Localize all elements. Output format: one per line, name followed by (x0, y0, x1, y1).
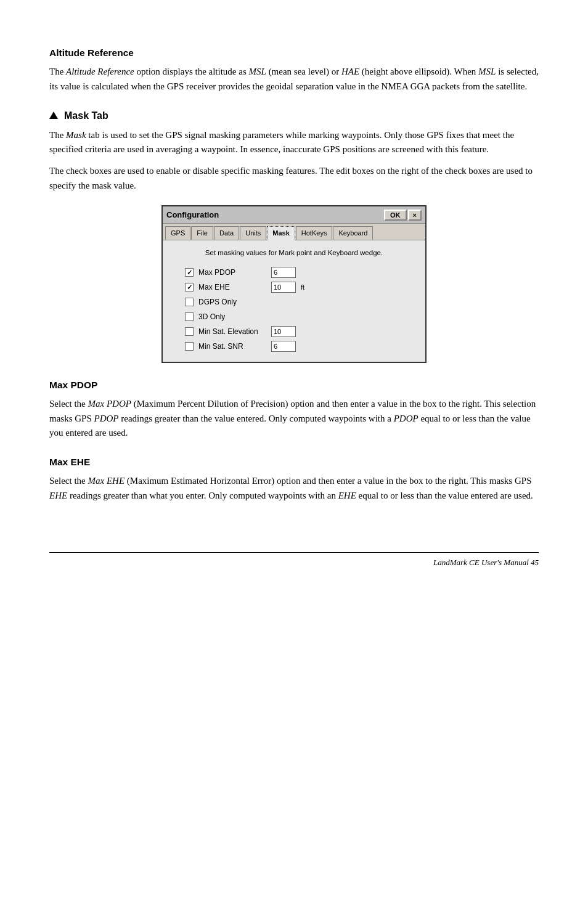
mask-tab-section: Mask Tab The Mask tab is used to set the… (49, 108, 539, 193)
mask-row-dgps-only: DGPS Only (185, 296, 415, 308)
mask-row-3d-only: 3D Only (185, 311, 415, 322)
altitude-reference-paragraph: The Altitude Reference option displays t… (49, 65, 539, 94)
page-footer: LandMark CE User's Manual 45 (49, 552, 539, 569)
max-ehe-heading: Max EHE (49, 455, 539, 469)
config-title: Configuration (166, 209, 219, 221)
mask-tab-heading: Mask Tab (49, 108, 539, 123)
tab-data[interactable]: Data (214, 226, 239, 240)
mask-row-max-pdop: Max PDOP (185, 267, 415, 278)
tab-file[interactable]: File (191, 226, 213, 240)
altitude-reference-heading: Altitude Reference (49, 46, 539, 60)
checkbox-min-sat-elevation[interactable] (185, 327, 194, 336)
max-ehe-paragraph: Select the Max EHE (Maximum Estimated Ho… (49, 474, 539, 503)
mask-tab-paragraph2: The check boxes are used to enable or di… (49, 164, 539, 193)
tab-gps[interactable]: GPS (165, 226, 190, 240)
label-min-sat-elevation: Min Sat. Elevation (198, 326, 266, 337)
mask-items: Max PDOP Max EHE ft DGPS Only 3D Only (173, 267, 415, 352)
mask-tab-label: Mask Tab (64, 108, 108, 123)
titlebar-buttons: OK × (384, 210, 422, 221)
checkbox-3d-only[interactable] (185, 312, 194, 321)
max-ehe-section: Max EHE Select the Max EHE (Maximum Esti… (49, 455, 539, 503)
config-body: Set masking values for Mark point and Ke… (163, 240, 425, 362)
label-max-pdop: Max PDOP (198, 267, 266, 278)
checkbox-dgps-only[interactable] (185, 298, 194, 306)
tab-hotkeys[interactable]: HotKeys (296, 226, 333, 240)
label-dgps-only: DGPS Only (198, 296, 266, 308)
label-max-ehe: Max EHE (198, 282, 266, 293)
tab-units[interactable]: Units (240, 226, 266, 240)
label-3d-only: 3D Only (198, 311, 266, 322)
config-titlebar: Configuration OK × (163, 206, 425, 224)
config-description: Set masking values for Mark point and Ke… (173, 248, 415, 258)
input-max-pdop[interactable] (271, 267, 296, 278)
ok-button[interactable]: OK (384, 210, 407, 221)
max-pdop-paragraph: Select the Max PDOP (Maximum Percent Dil… (49, 397, 539, 440)
checkbox-max-ehe[interactable] (185, 283, 194, 291)
config-tabs: GPS File Data Units Mask HotKeys Keyboar… (163, 224, 425, 240)
tab-mask[interactable]: Mask (267, 226, 295, 240)
close-button[interactable]: × (408, 210, 422, 221)
input-min-sat-snr[interactable] (271, 341, 296, 352)
mask-row-min-sat-elevation: Min Sat. Elevation (185, 326, 415, 337)
max-pdop-section: Max PDOP Select the Max PDOP (Maximum Pe… (49, 378, 539, 440)
checkbox-max-pdop[interactable] (185, 268, 194, 277)
input-min-sat-elevation[interactable] (271, 326, 296, 337)
unit-max-ehe: ft (301, 282, 304, 293)
triangle-icon (49, 112, 58, 119)
max-pdop-heading: Max PDOP (49, 378, 539, 392)
config-dialog: Configuration OK × GPS File Data Units M… (161, 205, 427, 363)
checkbox-min-sat-snr[interactable] (185, 342, 194, 351)
footer-text: LandMark CE User's Manual 45 (433, 558, 539, 567)
mask-row-max-ehe: Max EHE ft (185, 282, 415, 293)
altitude-reference-section: Altitude Reference The Altitude Referenc… (49, 46, 539, 94)
tab-keyboard[interactable]: Keyboard (333, 226, 373, 240)
input-max-ehe[interactable] (271, 282, 296, 293)
mask-tab-paragraph1: The Mask tab is used to set the GPS sign… (49, 128, 539, 157)
mask-row-min-sat-snr: Min Sat. SNR (185, 341, 415, 352)
label-min-sat-snr: Min Sat. SNR (198, 341, 266, 352)
